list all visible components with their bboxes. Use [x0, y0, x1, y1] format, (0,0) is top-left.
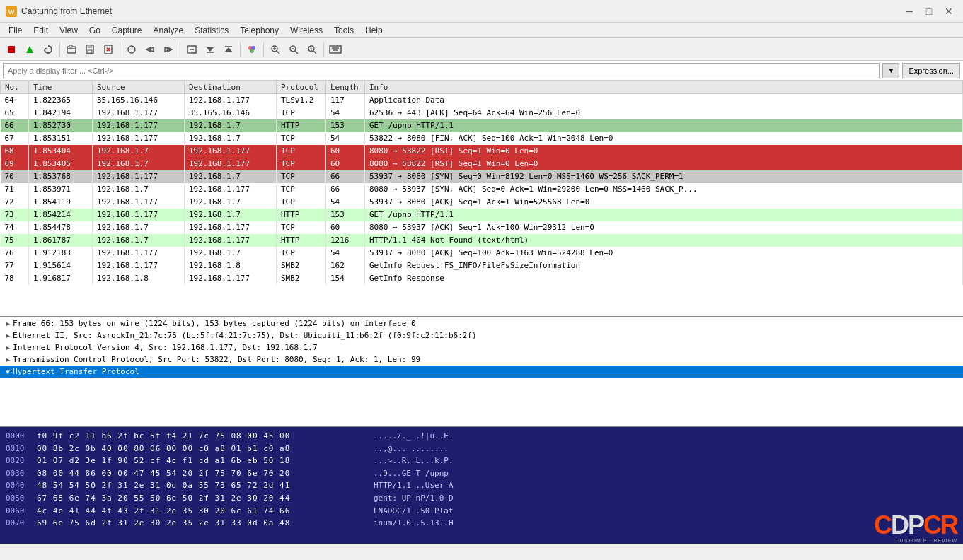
menu-item-capture[interactable]: Capture [106, 23, 148, 38]
hex-bytes: 69 6e 75 6d 2f 31 2e 30 2e 35 2e 31 33 0… [37, 517, 362, 530]
close-file-button[interactable] [100, 41, 117, 58]
hex-ascii: LNADOC/1 .50 Plat [374, 505, 454, 518]
menu-item-statistics[interactable]: Statistics [189, 23, 234, 38]
cell-proto: SMB2 [277, 272, 326, 285]
filter-dropdown-button[interactable]: ▼ [882, 63, 899, 78]
cell-info: GET /upnp HTTP/1.1 [365, 209, 963, 221]
menu-item-file[interactable]: File [3, 23, 28, 38]
cell-no: 74 [1, 221, 29, 234]
table-row[interactable]: 751.861787192.168.1.7192.168.1.177HTTP12… [1, 234, 963, 247]
open-file-button[interactable] [63, 41, 80, 58]
table-row[interactable]: 691.853405192.168.1.7192.168.1.177TCP608… [1, 158, 963, 170]
svg-text:W: W [8, 8, 15, 16]
menu-item-edit[interactable]: Edit [28, 23, 54, 38]
menu-item-telephony[interactable]: Telephony [234, 23, 284, 38]
cell-no: 70 [1, 170, 29, 183]
detail-text: Hypertext Transfer Protocol [13, 367, 139, 376]
cell-len: 153 [326, 119, 365, 132]
menu-item-wireless[interactable]: Wireless [284, 23, 328, 38]
menu-item-tools[interactable]: Tools [328, 23, 359, 38]
save-file-button[interactable] [81, 41, 98, 58]
start-capture-button[interactable] [21, 41, 38, 58]
colorize-button[interactable] [243, 41, 260, 58]
table-row[interactable]: 681.853404192.168.1.7192.168.1.177TCP608… [1, 145, 963, 158]
zoom-normal-button[interactable]: 1 [304, 41, 321, 58]
cell-src: 192.168.1.177 [93, 209, 185, 221]
cell-proto: TCP [277, 132, 326, 145]
hex-offset: 0070 [6, 517, 34, 530]
cell-proto: SMB2 [277, 259, 326, 272]
scroll-to-end-button[interactable] [202, 41, 219, 58]
expression-button[interactable]: Expression... [902, 63, 960, 78]
toolbar-separator-2 [120, 42, 120, 57]
go-to-packet-button[interactable] [183, 41, 200, 58]
table-row[interactable]: 771.915614192.168.1.177192.168.1.8SMB216… [1, 259, 963, 272]
reload-button[interactable] [123, 41, 140, 58]
detail-row[interactable]: ▶Ethernet II, Src: AsrockIn_21:7c:75 (bc… [0, 329, 963, 342]
table-row[interactable]: 781.916817192.168.1.8192.168.1.177SMB215… [1, 272, 963, 285]
cell-no: 67 [1, 132, 29, 145]
table-row[interactable]: 651.842194192.168.1.17735.165.16.146TCP5… [1, 107, 963, 119]
cell-no: 78 [1, 272, 29, 285]
close-button[interactable]: ✕ [940, 4, 957, 18]
cell-info: GetInfo Response [365, 272, 963, 285]
cell-dst: 192.168.1.7 [185, 209, 277, 221]
restart-capture-button[interactable] [40, 41, 57, 58]
packet-detail-panel[interactable]: ▶Frame 66: 153 bytes on wire (1224 bits)… [0, 317, 963, 427]
minimize-button[interactable]: ─ [901, 4, 918, 18]
packet-list[interactable]: No. Time Source Destination Protocol Len… [0, 81, 963, 317]
detail-row[interactable]: ▼Hypertext Transfer Protocol [0, 366, 963, 378]
detail-row[interactable]: ▶Frame 66: 153 bytes on wire (1224 bits)… [0, 317, 963, 329]
cell-no: 71 [1, 183, 29, 196]
cell-no: 64 [1, 94, 29, 107]
table-row[interactable]: 671.853151192.168.1.177192.168.1.7TCP545… [1, 132, 963, 145]
scroll-to-begin-button[interactable] [220, 41, 237, 58]
zoom-in-button[interactable] [267, 41, 284, 58]
hex-line: 005067 65 6e 74 3a 20 55 50 6e 50 2f 31 … [6, 492, 362, 505]
hex-ascii: inum/1.0 .5.13..H [374, 517, 454, 530]
menu-item-go[interactable]: Go [83, 23, 106, 38]
hex-offset: 0050 [6, 492, 34, 505]
hex-ascii: gent: UP nP/1.0 D [374, 492, 454, 505]
hex-bytes: 00 8b 2c 0b 40 00 80 06 00 00 c0 a8 01 b… [37, 443, 362, 455]
hex-bytes: 48 54 54 50 2f 31 2e 31 0d 0a 55 73 65 7… [37, 479, 362, 492]
table-row[interactable]: 661.852730192.168.1.177192.168.1.7HTTP15… [1, 119, 963, 132]
display-filter-input[interactable] [3, 63, 880, 78]
table-row[interactable]: 741.854478192.168.1.7192.168.1.177TCP608… [1, 221, 963, 234]
table-row[interactable]: 731.854214192.168.1.177192.168.1.7HTTP15… [1, 209, 963, 221]
logo-watermark: CDPCR [874, 511, 957, 540]
back-button[interactable] [142, 41, 158, 58]
hex-offset: 0030 [6, 467, 34, 480]
cell-len: 153 [326, 209, 365, 221]
menu-item-view[interactable]: View [54, 23, 83, 38]
forward-button[interactable] [160, 41, 177, 58]
table-row[interactable]: 711.853971192.168.1.7192.168.1.177TCP668… [1, 183, 963, 196]
table-row[interactable]: 641.82236535.165.16.146192.168.1.177TLSv… [1, 94, 963, 107]
maximize-button[interactable]: □ [921, 4, 938, 18]
detail-row[interactable]: ▶Transmission Control Protocol, Src Port… [0, 354, 963, 366]
cell-info: HTTP/1.1 404 Not Found (text/html) [365, 234, 963, 247]
hex-ascii: HTTP/1.1 ..User-A [374, 479, 454, 492]
hex-ascii: ...>..R. L...k.P. [374, 455, 454, 467]
display-filter-button[interactable] [327, 41, 344, 58]
hex-panel[interactable]: 0000f0 9f c2 11 b6 2f bc 5f f4 21 7c 75 … [0, 427, 963, 544]
cell-dst: 192.168.1.7 [185, 119, 277, 132]
cell-src: 35.165.16.146 [93, 94, 185, 107]
cell-time: 1.842194 [29, 107, 93, 119]
cell-no: 75 [1, 234, 29, 247]
hex-offset: 0010 [6, 443, 34, 455]
menu-item-help[interactable]: Help [359, 23, 388, 38]
detail-row[interactable]: ▶Internet Protocol Version 4, Src: 192.1… [0, 342, 963, 354]
cell-src: 192.168.1.177 [93, 259, 185, 272]
stop-capture-button[interactable] [3, 41, 20, 58]
cell-src: 192.168.1.7 [93, 221, 185, 234]
table-row[interactable]: 701.853768192.168.1.177192.168.1.7TCP665… [1, 170, 963, 183]
table-row[interactable]: 721.854119192.168.1.177192.168.1.7TCP545… [1, 196, 963, 209]
zoom-out-button[interactable] [285, 41, 302, 58]
svg-rect-6 [69, 45, 72, 47]
packet-table-body: 641.82236535.165.16.146192.168.1.177TLSv… [1, 94, 963, 285]
svg-marker-20 [207, 47, 214, 52]
table-row[interactable]: 761.912183192.168.1.177192.168.1.7TCP545… [1, 247, 963, 259]
cell-info: 53937 → 8080 [ACK] Seq=1 Ack=1 Win=52556… [365, 196, 963, 209]
menu-item-analyze[interactable]: Analyze [148, 23, 190, 38]
